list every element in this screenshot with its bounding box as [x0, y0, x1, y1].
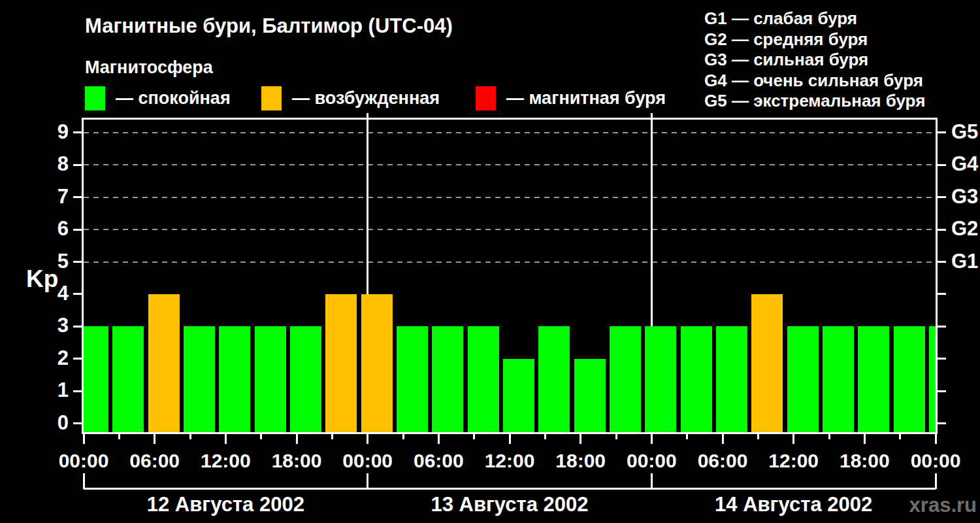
- day-divider-top-tick: [367, 113, 368, 120]
- x-axis-tick: [864, 434, 866, 444]
- y-axis-tick-right: [938, 390, 946, 392]
- x-axis-tick: [367, 434, 368, 444]
- legend-label: — возбужденная: [292, 88, 440, 109]
- x-axis-tick: [473, 434, 475, 439]
- x-axis-tick: [615, 434, 617, 439]
- legend-item-storm: — магнитная буря: [476, 86, 666, 110]
- y-axis-tick: [73, 422, 82, 424]
- storm-scale-row: G3 — сильная буря: [704, 50, 925, 71]
- x-axis-tick: [296, 434, 298, 444]
- y-axis-tick-right: [938, 164, 946, 166]
- x-axis-tick: [899, 434, 901, 439]
- y-axis-tick-right: [938, 422, 946, 424]
- storm-scale-row: G1 — слабая буря: [704, 8, 925, 29]
- x-axis-tick: [154, 434, 155, 444]
- x-axis-tick: [686, 434, 688, 439]
- x-axis-tick: [580, 434, 581, 444]
- date-axis-tick: [83, 473, 85, 489]
- g-level-label: G1: [951, 250, 978, 273]
- x-axis-tick: [722, 434, 724, 444]
- g-level-label: G2: [951, 217, 978, 241]
- x-axis-tick: [83, 434, 85, 444]
- legend-item-quiet: — спокойная: [85, 86, 231, 110]
- storm-scale-row: G5 — экстремальная буря: [704, 91, 925, 112]
- legend-item-active: — возбужденная: [261, 86, 440, 110]
- x-axis-tick: [828, 434, 830, 439]
- date-axis-tick: [651, 473, 653, 489]
- date-label: 14 Августа 2002: [651, 493, 936, 516]
- y-axis-label: 7: [20, 185, 69, 209]
- x-axis-tick: [225, 434, 227, 444]
- y-axis-tick-right: [938, 196, 946, 198]
- y-axis-tick: [73, 196, 82, 198]
- x-axis-tick: [260, 434, 262, 439]
- date-label: 13 Августа 2002: [367, 493, 652, 516]
- y-axis-label: 4: [20, 282, 69, 305]
- date-axis-tick: [935, 473, 937, 489]
- x-axis-tick: [757, 434, 759, 439]
- x-axis-tick: [935, 434, 937, 444]
- x-axis-tick: [189, 434, 191, 439]
- y-axis-tick: [73, 164, 82, 166]
- legend-label: — магнитная буря: [506, 88, 666, 109]
- storm-scale-row: G4 — очень сильная буря: [704, 71, 925, 92]
- x-axis-tick: [651, 434, 653, 444]
- y-axis-tick: [73, 131, 82, 133]
- x-axis-tick: [118, 434, 120, 439]
- y-axis-label: 8: [20, 152, 69, 176]
- y-axis-tick-right: [938, 326, 946, 328]
- storm-scale-legend: G1 — слабая буря G2 — средняя буря G3 — …: [704, 8, 925, 112]
- y-axis-tick: [73, 326, 82, 328]
- y-axis-label: 0: [20, 411, 69, 435]
- x-axis-label: 00:00: [890, 450, 980, 472]
- y-axis-tick: [73, 261, 82, 263]
- page-title: Магнитные бури, Балтимор (UTC-04): [85, 14, 453, 38]
- storm-color-swatch: [476, 86, 496, 110]
- x-axis-tick: [544, 434, 546, 439]
- y-axis-tick-right: [938, 261, 946, 263]
- x-axis-tick: [402, 434, 404, 439]
- magnetosphere-subtitle: Магнитосфера: [85, 58, 213, 78]
- x-axis-tick: [438, 434, 440, 444]
- magnetic-storm-chart-page: { "title": "Магнитные бури, Балтимор (UT…: [0, 0, 980, 523]
- storm-scale-row: G2 — средняя буря: [704, 29, 925, 50]
- x-axis-tick: [509, 434, 511, 444]
- x-axis-tick: [792, 434, 794, 444]
- legend-label: — спокойная: [116, 88, 231, 109]
- date-axis-line: [84, 488, 936, 490]
- y-axis-tick: [73, 293, 82, 295]
- day-divider-top-tick: [651, 113, 653, 120]
- y-axis-tick: [73, 229, 82, 231]
- y-axis-tick-right: [938, 293, 946, 295]
- y-axis-tick: [73, 390, 82, 392]
- y-axis-tick-right: [938, 358, 946, 360]
- y-axis-label: 5: [20, 250, 69, 273]
- y-axis-label: 9: [20, 120, 69, 144]
- active-color-swatch: [261, 86, 282, 110]
- date-label: 12 Августа 2002: [83, 493, 368, 516]
- y-axis-label: 1: [20, 379, 69, 402]
- quiet-color-swatch: [85, 86, 105, 110]
- y-axis-tick-right: [938, 229, 946, 231]
- y-axis-tick: [73, 358, 82, 360]
- y-axis-label: 3: [20, 314, 69, 337]
- g-level-label: G4: [951, 152, 978, 176]
- y-axis-label: 2: [20, 346, 69, 370]
- x-axis-tick: [331, 434, 333, 439]
- g-level-label: G3: [951, 185, 978, 209]
- plot-frame: [82, 118, 938, 434]
- y-axis-tick-right: [938, 131, 946, 133]
- g-level-label: G5: [951, 120, 978, 144]
- y-axis-label: 6: [20, 217, 69, 241]
- date-axis-tick: [367, 473, 368, 489]
